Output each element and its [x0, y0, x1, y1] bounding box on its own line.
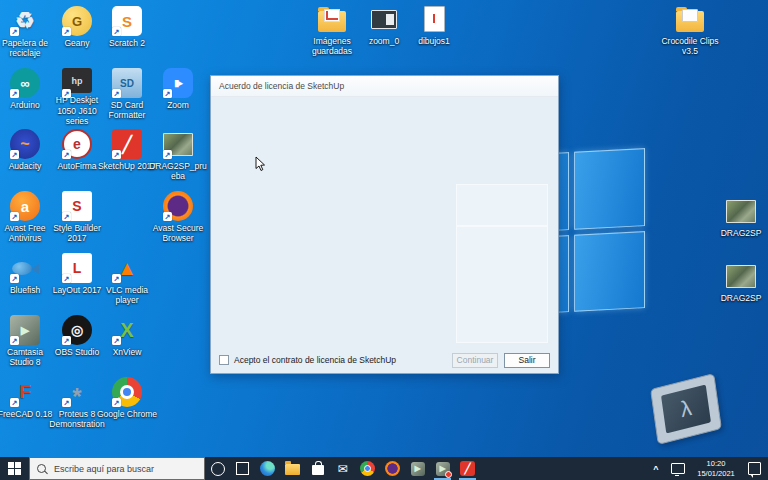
file-explorer-button[interactable]	[280, 457, 305, 480]
system-tray: ^ 10:20 15/01/2021	[645, 457, 768, 480]
photo-thumbnail	[726, 265, 756, 288]
arduino-icon: ∞	[10, 68, 40, 98]
icon-label: Scratch 2	[109, 38, 145, 48]
folder-icon	[675, 4, 705, 34]
clock-date: 15/01/2021	[697, 469, 735, 479]
dialog-footer: Acepto el contrato de licencia de Sketch…	[211, 347, 558, 373]
style-builder-icon: S	[62, 191, 92, 221]
wallpaper-logo-pane	[574, 148, 646, 229]
taskbar-clock[interactable]: 10:20 15/01/2021	[689, 457, 743, 480]
watermark-glyph: λ	[679, 395, 693, 424]
start-button[interactable]	[0, 457, 29, 480]
taskbar-pinned-apps: ✉ ▶ ▶ ╱	[205, 457, 480, 480]
desktop-icon-crocodile-clips[interactable]: Crocodile Clips v3.5	[660, 4, 720, 62]
chrome-button[interactable]	[355, 457, 380, 480]
folder-with-paper	[676, 11, 704, 32]
icon-glyph: e	[73, 136, 81, 152]
desktop-icon-avast-secure-browser[interactable]: Avast Secure Browser	[148, 191, 208, 249]
mail-button[interactable]: ✉	[330, 457, 355, 480]
icon-label: Zoom	[167, 100, 189, 110]
icon-label: Arduino	[10, 100, 39, 110]
icon-label: Bluefish	[10, 285, 40, 295]
photo-thumbnail-icon	[726, 196, 756, 226]
hidden-icons-button[interactable]: ^	[645, 457, 667, 480]
desktop-icon-drag2sp-1[interactable]: DRAG2SP	[711, 196, 768, 254]
desktop-icon-style-builder-2017[interactable]: S Style Builder 2017	[47, 191, 107, 249]
avast-secure-browser-icon	[385, 461, 400, 476]
dialog-titlebar[interactable]: Acuerdo de licencia de SketchUp	[211, 76, 558, 97]
image-file-icon	[369, 4, 399, 34]
camtasia-icon: ▶	[411, 462, 425, 476]
icon-label: Google Chrome	[97, 409, 157, 419]
desktop-icon-drag2sp-prueba[interactable]: DRAG2SP_prueba	[148, 129, 208, 187]
icon-glyph: hp	[72, 76, 83, 86]
icon-glyph: ◎	[71, 322, 83, 338]
document-file-icon	[419, 4, 449, 34]
photo-thumbnail-icon	[726, 261, 756, 291]
action-center-button[interactable]	[743, 457, 765, 480]
search-icon	[37, 464, 46, 473]
dialog-ghost-artifact	[456, 226, 548, 343]
icon-label: Imágenes guardadas	[302, 36, 362, 56]
license-accept-label: Acepto el contrato de licencia de Sketch…	[234, 355, 396, 365]
icon-glyph: L	[73, 260, 82, 276]
sd-card-icon: SD	[112, 68, 142, 98]
continue-button[interactable]: Continuar	[452, 353, 498, 368]
desktop-icon-google-chrome[interactable]: Google Chrome	[97, 377, 157, 435]
recording-dot-icon	[445, 471, 452, 478]
icon-label: dibujos1	[418, 36, 450, 46]
desktop-icon-xnview[interactable]: X XnView	[97, 315, 157, 373]
camtasia-icon: ▶	[10, 315, 40, 345]
screen-recorder-watermark: λ	[650, 373, 722, 445]
store-icon	[312, 465, 324, 475]
photo-thumbnail	[726, 200, 756, 223]
icon-label: FreeCAD 0.18	[0, 409, 52, 419]
desktop-icon-imagenes-guardadas[interactable]: Imágenes guardadas	[302, 4, 362, 62]
sketchup-taskbar-button[interactable]: ╱	[455, 457, 480, 480]
icon-label: VLC media player	[97, 285, 157, 305]
microsoft-store-button[interactable]	[305, 457, 330, 480]
scratch-icon: S	[112, 6, 142, 36]
desktop-icon-scratch-2[interactable]: S Scratch 2	[97, 6, 157, 64]
desktop-icon-vlc[interactable]: ▲ VLC media player	[97, 253, 157, 311]
taskbar: ✉ ▶ ▶ ╱ ^ 10:20 15/01/2021	[0, 457, 768, 480]
icon-glyph: S	[122, 13, 132, 30]
search-input[interactable]	[52, 463, 197, 475]
camtasia-studio-button[interactable]: ▶	[405, 457, 430, 480]
icon-glyph: G	[72, 14, 82, 29]
folder-icon	[317, 4, 347, 34]
desktop-icon-zoom[interactable]: ▮▸ Zoom	[148, 68, 208, 126]
desktop-icon-drag2sp-2[interactable]: DRAG2SP	[711, 261, 768, 319]
vlc-cone-icon: ▲	[112, 253, 142, 283]
clock-time: 10:20	[697, 459, 735, 469]
photo-thumbnail-icon	[163, 129, 193, 159]
taskbar-search-box[interactable]	[29, 457, 205, 480]
exit-button[interactable]: Salir	[504, 353, 550, 368]
xnview-icon: X	[112, 315, 142, 345]
icon-glyph: ▮▸	[174, 78, 181, 88]
desktop-icon-dibujos1[interactable]: dibujos1	[404, 4, 464, 62]
avast-secure-browser-button[interactable]	[380, 457, 405, 480]
file-explorer-icon	[285, 464, 300, 475]
license-accept-checkbox[interactable]	[219, 355, 229, 365]
icon-glyph: ∞	[20, 76, 29, 91]
icon-label: DRAG2SP_prueba	[148, 161, 208, 181]
cortana-button[interactable]	[205, 457, 230, 480]
icon-glyph: ▲	[117, 257, 137, 280]
image-chip	[371, 10, 397, 29]
display-icon	[671, 463, 685, 474]
avast-secure-browser-icon	[163, 191, 193, 221]
icon-label: DRAG2SP	[721, 228, 762, 238]
chrome-icon	[112, 377, 142, 407]
sketchup-license-dialog: Acuerdo de licencia de SketchUp Acepto e…	[210, 75, 559, 374]
icon-label: Audacity	[9, 161, 42, 171]
task-view-button[interactable]	[230, 457, 255, 480]
wallpaper-logo-pane	[574, 231, 646, 312]
camtasia-recorder-button[interactable]: ▶	[430, 457, 455, 480]
display-tray-button[interactable]	[667, 457, 689, 480]
layout-icon: L	[62, 253, 92, 283]
icon-label: XnView	[113, 347, 142, 357]
edge-button[interactable]	[255, 457, 280, 480]
bluefish-fish-icon	[10, 253, 40, 283]
page-icon	[424, 6, 445, 32]
